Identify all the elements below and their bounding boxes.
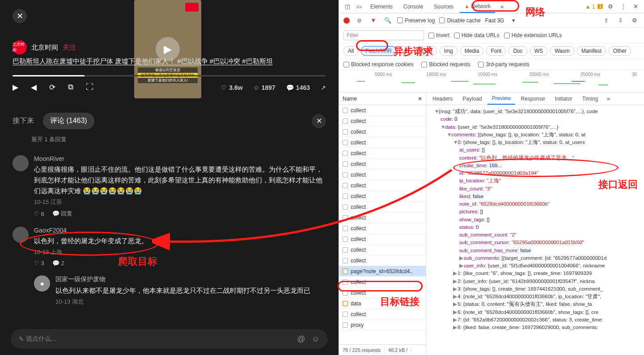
tab-elements[interactable]: Elements [366, 1, 397, 13]
detail-tab-preview[interactable]: Preview [487, 93, 516, 105]
share-icon[interactable]: ↗ [321, 84, 326, 91]
request-row[interactable]: collect [339, 277, 426, 287]
request-row[interactable]: page?note_id=6528dcd4.. [339, 266, 426, 277]
request-row[interactable]: collect [339, 234, 426, 245]
tab-sources[interactable]: Sources [429, 1, 458, 13]
filter-chip-all[interactable]: All [343, 46, 358, 56]
author-avatar[interactable]: 北京时间 [13, 40, 27, 55]
detail-tab-timing[interactable]: Timing [578, 93, 603, 104]
close-devtools-icon[interactable]: ✕ [631, 2, 640, 12]
download-icon[interactable]: ⇩ [615, 16, 625, 25]
comment-user[interactable]: GaoxF2004 [34, 227, 326, 234]
request-row[interactable]: collect [339, 127, 426, 137]
request-row[interactable]: collect [339, 223, 426, 234]
request-row[interactable]: collect [339, 245, 426, 255]
request-row[interactable]: collect [339, 255, 426, 266]
blocked-cookies-checkbox[interactable]: Blocked response cookies [343, 61, 413, 68]
filter-chip-manifest[interactable]: Manifest [577, 46, 606, 56]
more-detail-tabs-icon[interactable]: » [603, 94, 613, 104]
tab-network[interactable]: ▲ Network [460, 0, 495, 13]
like-count[interactable]: ♡ 3.6w [221, 84, 242, 91]
tab-comments[interactable]: 评论 (1463) [43, 113, 94, 129]
device-icon[interactable]: ▭ [354, 2, 364, 12]
throttle-select[interactable]: Fast 3G [485, 17, 504, 24]
request-row[interactable]: collect [339, 116, 426, 127]
play-button[interactable]: ▶ [13, 83, 18, 92]
request-row[interactable]: proxy [339, 320, 426, 330]
hide-ext-checkbox[interactable]: Hide extension URLs [504, 32, 562, 38]
filter-funnel-icon[interactable]: ▼ [369, 16, 378, 25]
reply-icon[interactable]: 💬 回复 [52, 210, 73, 218]
filter-chip-fetchxhr[interactable]: Fetch/XHR [361, 46, 396, 56]
close-comments-button[interactable]: ✕ [312, 114, 326, 128]
comment-user[interactable]: 国家一级保护废物 [55, 275, 326, 283]
blocked-requests-checkbox[interactable]: Blocked requests [421, 61, 470, 68]
detail-tab-initiator[interactable]: Initiator [550, 93, 576, 104]
record-button[interactable] [343, 17, 350, 24]
fullscreen-icon[interactable]: ⛶ [86, 83, 93, 92]
tab-console[interactable]: Console [399, 1, 428, 13]
settings-icon[interactable]: ⚙ [606, 2, 615, 12]
video-progress[interactable] [13, 75, 326, 76]
hide-data-checkbox[interactable]: Hide data URLs [454, 32, 500, 38]
request-row[interactable]: collect [339, 159, 426, 169]
comment-avatar[interactable] [13, 155, 29, 171]
filter-chip-doc[interactable]: Doc [508, 46, 527, 56]
like-icon[interactable]: ♡ 3 [34, 260, 44, 266]
more-tabs-icon[interactable]: » [497, 2, 507, 12]
filter-input[interactable]: Filter [343, 30, 424, 40]
pip-icon[interactable]: ⧉ [68, 83, 73, 92]
request-row[interactable]: collect [339, 169, 426, 180]
reply-input[interactable]: ✎ 说点什么... @ ☺ [11, 329, 328, 349]
like-icon[interactable]: ♡ 6 [34, 211, 44, 217]
detail-tab-headers[interactable]: Headers [428, 93, 457, 104]
close-video-button[interactable]: ✕ [13, 9, 27, 23]
invert-checkbox[interactable]: Invert [428, 32, 449, 38]
clear-icon[interactable]: ⊘ [354, 16, 364, 25]
comment-avatar[interactable] [13, 227, 29, 243]
request-row[interactable]: collect [339, 137, 426, 148]
request-row[interactable]: collect [339, 105, 426, 116]
request-row[interactable]: collect [339, 148, 426, 159]
request-row[interactable]: collect [339, 309, 426, 320]
warnings-badge[interactable]: ▲ 1 [585, 4, 595, 10]
filter-chip-img[interactable]: Img [440, 46, 458, 56]
request-row[interactable]: data [339, 298, 426, 309]
json-preview[interactable]: ▼{msg: "成功", data: {user_id: "5e3e321800… [426, 105, 644, 355]
third-party-checkbox[interactable]: 3rd-party requests [478, 61, 529, 68]
disable-cache-checkbox[interactable]: Disable cache [439, 17, 480, 24]
volume-icon[interactable]: ◀ [31, 83, 37, 92]
expand-replies[interactable]: 展开 1 条回复 [0, 135, 339, 144]
reply-icon[interactable]: 💬 2 [52, 260, 64, 266]
speed-icon[interactable]: ⟳ [49, 83, 55, 92]
close-list-icon[interactable]: ✕ [418, 96, 422, 102]
filter-chip-ws[interactable]: WS [530, 46, 547, 56]
detail-tab-payload[interactable]: Payload [458, 93, 486, 104]
request-row[interactable]: collect [339, 191, 426, 202]
search-icon[interactable]: 🔍 [383, 16, 393, 25]
detail-tab-response[interactable]: Response [516, 93, 549, 104]
network-timeline[interactable]: 5000 ms 10000 ms 15000 ms 20000 ms 25000… [339, 70, 644, 93]
filter-chip-other[interactable]: Other [609, 46, 631, 56]
mention-icon[interactable]: @ [297, 334, 305, 344]
filter-chip-font[interactable]: Font [486, 46, 506, 56]
author-name[interactable]: 北京时间 [31, 43, 58, 52]
issues-badge[interactable]: 1 [597, 4, 603, 9]
star-count[interactable]: ☆ 1897 [254, 84, 275, 91]
kebab-icon[interactable]: ⋮ [618, 2, 628, 12]
request-row[interactable]: collect [339, 202, 426, 212]
preserve-log-checkbox[interactable]: Preserve log [397, 17, 435, 24]
name-column-header[interactable]: Name [343, 96, 357, 102]
comment-count[interactable]: 💬 1463 [286, 84, 310, 91]
comment-user[interactable]: MoonRiver [34, 155, 326, 162]
emoji-icon[interactable]: ☺ [312, 334, 320, 344]
gear-icon[interactable]: ⚙ [630, 16, 640, 25]
request-row[interactable]: collect [339, 287, 426, 298]
inspect-icon[interactable]: ◫ [343, 2, 352, 12]
upload-icon[interactable]: ⇧ [601, 16, 611, 25]
request-row[interactable]: collect [339, 212, 426, 223]
filter-chip-js[interactable]: JS [399, 46, 414, 56]
filter-chip-media[interactable]: Media [460, 46, 484, 56]
wifi-icon[interactable]: ▾ [508, 16, 518, 25]
filter-chip-wasm[interactable]: Wasm [550, 46, 574, 56]
